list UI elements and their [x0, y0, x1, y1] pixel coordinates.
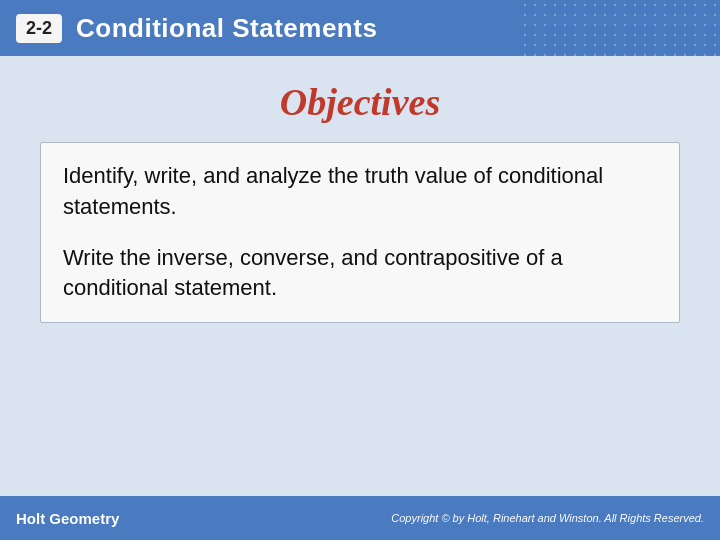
header-bar: 2-2 Conditional Statements: [0, 0, 720, 56]
main-content: Objectives Identify, write, and analyze …: [0, 56, 720, 496]
lesson-badge: 2-2: [16, 14, 62, 43]
objective-item-1: Identify, write, and analyze the truth v…: [63, 161, 657, 223]
objective-item-2: Write the inverse, converse, and contrap…: [63, 243, 657, 305]
objectives-title: Objectives: [280, 80, 440, 124]
footer-right: Copyright © by Holt, Rinehart and Winsto…: [391, 512, 704, 524]
objectives-box: Identify, write, and analyze the truth v…: [40, 142, 680, 323]
footer: Holt Geometry Copyright © by Holt, Rineh…: [0, 496, 720, 540]
header-title: Conditional Statements: [76, 13, 377, 44]
footer-left: Holt Geometry: [16, 510, 119, 527]
